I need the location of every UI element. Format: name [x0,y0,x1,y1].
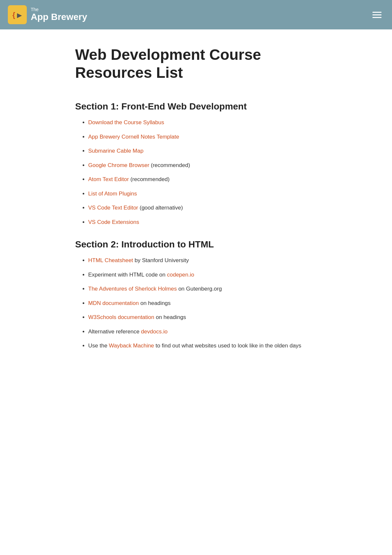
wayback-prefix: Use the [88,343,109,349]
submarine-cable-map-link[interactable]: Submarine Cable Map [88,148,143,154]
svg-text:▶: ▶ [17,12,22,19]
list-item: Submarine Cable Map [88,147,317,155]
sherlock-holmes-suffix: on Gutenberg.org [177,286,222,292]
download-syllabus-link[interactable]: Download the Course Syllabus [88,119,164,126]
atom-plugins-link[interactable]: List of Atom Plugins [88,191,137,197]
list-item: HTML Cheatsheet by Stanford University [88,256,317,265]
list-item: Use the Wayback Machine to find out what… [88,342,317,350]
list-item: VS Code Extensions [88,218,317,227]
atom-editor-suffix: (recommended) [129,176,170,182]
html-cheatsheet-suffix: by Stanford University [133,257,189,263]
logo-name-label: App Brewery [31,12,87,22]
vscode-extensions-link[interactable]: VS Code Extensions [88,219,139,225]
html-cheatsheet-link[interactable]: HTML Cheatsheet [88,257,133,263]
list-item: MDN documentation on headings [88,299,317,308]
hamburger-line-2 [372,14,382,15]
hamburger-menu-button[interactable] [370,9,384,21]
list-item: Atom Text Editor (recommended) [88,175,317,184]
section2-heading: Section 2: Introduction to HTML [75,239,317,250]
list-item: Alternative reference devdocs.io [88,328,317,336]
devdocs-link[interactable]: devdocs.io [141,328,168,335]
list-item: VS Code Text Editor (good alternative) [88,204,317,212]
wayback-suffix: to find out what websites used to look l… [154,343,302,349]
sherlock-holmes-link[interactable]: The Adventures of Sherlock Holmes [88,286,177,292]
devdocs-prefix: Alternative reference [88,328,141,335]
mdn-documentation-link[interactable]: MDN documentation [88,300,139,306]
cornell-notes-link[interactable]: App Brewery Cornell Notes Template [88,134,179,140]
wayback-machine-link[interactable]: Wayback Machine [109,343,154,349]
vscode-editor-link[interactable]: VS Code Text Editor [88,205,138,211]
list-item: W3Schools documentation on headings [88,313,317,322]
codepen-prefix: Experiment with HTML code on [88,272,167,278]
section2-list: HTML Cheatsheet by Stanford University E… [75,256,317,350]
w3schools-link[interactable]: W3Schools documentation [88,314,154,320]
logo-the-label: The [31,7,87,12]
logo-text: The App Brewery [31,7,87,22]
section1-heading: Section 1: Front-End Web Development [75,101,317,112]
atom-editor-link[interactable]: Atom Text Editor [88,176,129,182]
section1-list: Download the Course Syllabus App Brewery… [75,118,317,226]
page-title: Web Development Course Resources List [75,46,317,82]
site-header: { ▶ The App Brewery [0,0,392,29]
vscode-editor-suffix: (good alternative) [138,205,183,211]
w3schools-suffix: on headings [154,314,186,320]
list-item: Experiment with HTML code on codepen.io [88,271,317,279]
logo-icon: { ▶ [8,5,27,24]
list-item: Google Chrome Browser (recommended) [88,161,317,170]
main-content: Web Development Course Resources List Se… [56,29,336,386]
google-chrome-suffix: (recommended) [149,162,190,168]
hamburger-line-1 [372,12,382,13]
list-item: The Adventures of Sherlock Holmes on Gut… [88,285,317,293]
hamburger-line-3 [372,17,382,18]
list-item: App Brewery Cornell Notes Template [88,133,317,141]
logo: { ▶ The App Brewery [8,5,87,24]
svg-text:{: { [12,11,15,19]
google-chrome-link[interactable]: Google Chrome Browser [88,162,149,168]
codepen-link[interactable]: codepen.io [167,272,194,278]
mdn-suffix: on headings [139,300,171,306]
list-item: Download the Course Syllabus [88,118,317,127]
list-item: List of Atom Plugins [88,190,317,198]
